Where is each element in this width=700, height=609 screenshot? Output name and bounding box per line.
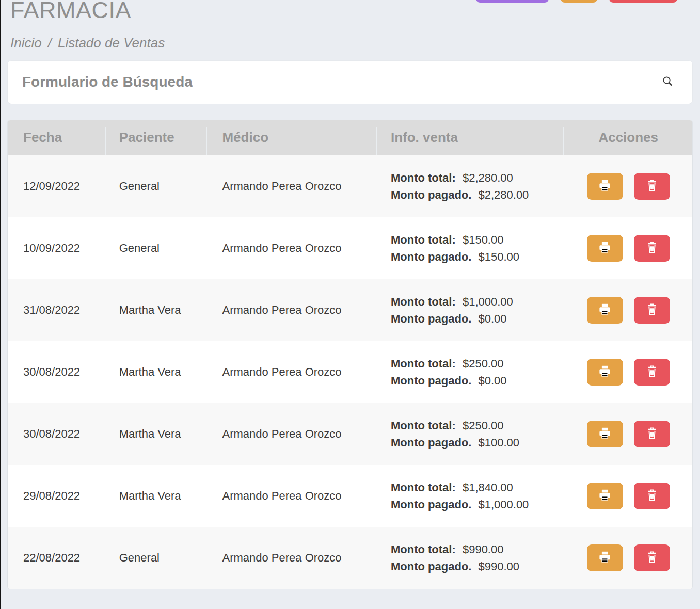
acciones-cell bbox=[564, 421, 692, 447]
paciente-cell: Martha Vera bbox=[106, 427, 208, 441]
breadcrumb-current: Listado de Ventas bbox=[58, 35, 165, 51]
monto-pagado-label: Monto pagado. bbox=[391, 188, 471, 201]
medico-cell: Armando Perea Orozco bbox=[207, 427, 377, 441]
delete-button[interactable] bbox=[634, 421, 670, 447]
acciones-cell bbox=[564, 235, 692, 262]
medico-cell: Armando Perea Orozco bbox=[207, 180, 377, 193]
printer-icon bbox=[598, 302, 612, 318]
medico-cell: Armando Perea Orozco bbox=[207, 303, 377, 317]
delete-button[interactable] bbox=[634, 235, 670, 262]
fecha-cell: 30/08/2022 bbox=[8, 365, 106, 379]
monto-total-label: Monto total: bbox=[391, 171, 456, 184]
delete-button[interactable] bbox=[634, 297, 670, 324]
trash-icon bbox=[645, 241, 659, 255]
delete-button[interactable] bbox=[634, 483, 670, 509]
header-fecha: Fecha bbox=[8, 120, 106, 155]
delete-button[interactable] bbox=[634, 173, 670, 200]
trash-icon bbox=[645, 302, 659, 317]
monto-total-label: Monto total: bbox=[391, 357, 456, 370]
table-row: 29/08/2022 Martha Vera Armando Perea Oro… bbox=[8, 465, 692, 527]
fecha-cell: 30/08/2022 bbox=[8, 427, 106, 441]
info-venta-cell: Monto total: $250.00 Monto pagado. $0.00 bbox=[377, 355, 564, 389]
printer-icon bbox=[598, 241, 612, 256]
medico-cell: Armando Perea Orozco bbox=[207, 242, 377, 255]
trash-icon bbox=[645, 488, 659, 503]
print-button[interactable] bbox=[587, 483, 623, 509]
table-row: 31/08/2022 Martha Vera Armando Perea Oro… bbox=[8, 279, 692, 341]
monto-total-value: $1,000.00 bbox=[459, 295, 513, 308]
header-acciones: Acciones bbox=[564, 120, 692, 155]
acciones-cell bbox=[564, 483, 692, 509]
paciente-cell: General bbox=[106, 180, 208, 193]
medico-cell: Armando Perea Orozco bbox=[207, 489, 377, 503]
printer-icon bbox=[598, 179, 612, 194]
page-title: FARMACIA bbox=[10, 0, 693, 24]
monto-pagado-value: $990.00 bbox=[475, 560, 519, 573]
monto-total-label: Monto total: bbox=[391, 419, 456, 432]
print-button[interactable] bbox=[587, 297, 623, 324]
print-button[interactable] bbox=[587, 359, 623, 386]
printer-icon bbox=[598, 550, 612, 566]
monto-pagado-label: Monto pagado. bbox=[391, 560, 471, 573]
monto-pagado-value: $0.00 bbox=[475, 374, 506, 387]
search-toggle-button[interactable] bbox=[661, 75, 674, 89]
delete-button[interactable] bbox=[634, 544, 670, 571]
monto-pagado-value: $1,000.00 bbox=[475, 498, 529, 511]
monto-pagado-label: Monto pagado. bbox=[391, 312, 471, 325]
monto-pagado-value: $100.00 bbox=[475, 436, 519, 449]
top-button-red[interactable] bbox=[609, 0, 677, 3]
monto-total-value: $2,280.00 bbox=[459, 171, 513, 184]
monto-total-value: $250.00 bbox=[459, 419, 504, 432]
monto-total-value: $250.00 bbox=[459, 357, 504, 370]
monto-pagado-label: Monto pagado. bbox=[391, 498, 471, 511]
sales-table: Fecha Paciente Médico Info. venta Accion… bbox=[7, 120, 693, 589]
monto-pagado-label: Monto pagado. bbox=[391, 250, 471, 263]
printer-icon bbox=[598, 364, 612, 380]
breadcrumb-home[interactable]: Inicio bbox=[10, 35, 42, 51]
print-button[interactable] bbox=[587, 544, 623, 571]
breadcrumb-separator: / bbox=[48, 35, 52, 51]
breadcrumb: Inicio/Listado de Ventas bbox=[10, 35, 693, 51]
monto-pagado-label: Monto pagado. bbox=[391, 374, 471, 387]
print-button[interactable] bbox=[587, 173, 623, 200]
info-venta-cell: Monto total: $1,840.00 Monto pagado. $1,… bbox=[377, 479, 564, 513]
monto-total-value: $150.00 bbox=[459, 233, 504, 246]
paciente-cell: Martha Vera bbox=[106, 489, 208, 503]
monto-total-label: Monto total: bbox=[391, 295, 456, 308]
trash-icon bbox=[645, 550, 659, 565]
paciente-cell: General bbox=[106, 551, 208, 565]
table-row: 30/08/2022 Martha Vera Armando Perea Oro… bbox=[8, 403, 692, 465]
print-button[interactable] bbox=[587, 421, 623, 447]
info-venta-cell: Monto total: $150.00 Monto pagado. $150.… bbox=[377, 231, 564, 265]
print-button[interactable] bbox=[587, 235, 623, 262]
medico-cell: Armando Perea Orozco bbox=[207, 365, 377, 379]
search-form-card: Formulario de Búsqueda bbox=[7, 60, 693, 104]
table-row: 30/08/2022 Martha Vera Armando Perea Oro… bbox=[8, 341, 692, 403]
top-button-purple[interactable] bbox=[476, 0, 549, 3]
monto-total-value: $1,840.00 bbox=[459, 481, 513, 494]
search-icon bbox=[661, 75, 674, 89]
delete-button[interactable] bbox=[634, 359, 670, 386]
monto-total-label: Monto total: bbox=[391, 543, 456, 556]
info-venta-cell: Monto total: $1,000.00 Monto pagado. $0.… bbox=[377, 293, 564, 327]
fecha-cell: 29/08/2022 bbox=[8, 489, 106, 503]
header-paciente: Paciente bbox=[106, 120, 208, 155]
info-venta-cell: Monto total: $250.00 Monto pagado. $100.… bbox=[377, 417, 564, 451]
monto-total-label: Monto total: bbox=[391, 481, 456, 494]
search-form-title: Formulario de Búsqueda bbox=[22, 74, 193, 90]
top-button-orange[interactable] bbox=[561, 0, 597, 3]
paciente-cell: Martha Vera bbox=[106, 365, 208, 379]
table-row: 12/09/2022 General Armando Perea Orozco … bbox=[8, 155, 692, 217]
info-venta-cell: Monto total: $2,280.00 Monto pagado. $2,… bbox=[377, 169, 564, 203]
table-row: 22/08/2022 General Armando Perea Orozco … bbox=[8, 527, 692, 589]
acciones-cell bbox=[564, 544, 692, 571]
trash-icon bbox=[645, 364, 659, 379]
medico-cell: Armando Perea Orozco bbox=[207, 551, 377, 565]
table-header-row: Fecha Paciente Médico Info. venta Accion… bbox=[8, 120, 692, 155]
window-left-edge bbox=[0, 0, 1, 609]
table-body: 12/09/2022 General Armando Perea Orozco … bbox=[8, 155, 692, 589]
printer-icon bbox=[598, 488, 612, 504]
trash-icon bbox=[645, 179, 659, 194]
monto-pagado-label: Monto pagado. bbox=[391, 436, 471, 449]
acciones-cell bbox=[564, 173, 692, 200]
